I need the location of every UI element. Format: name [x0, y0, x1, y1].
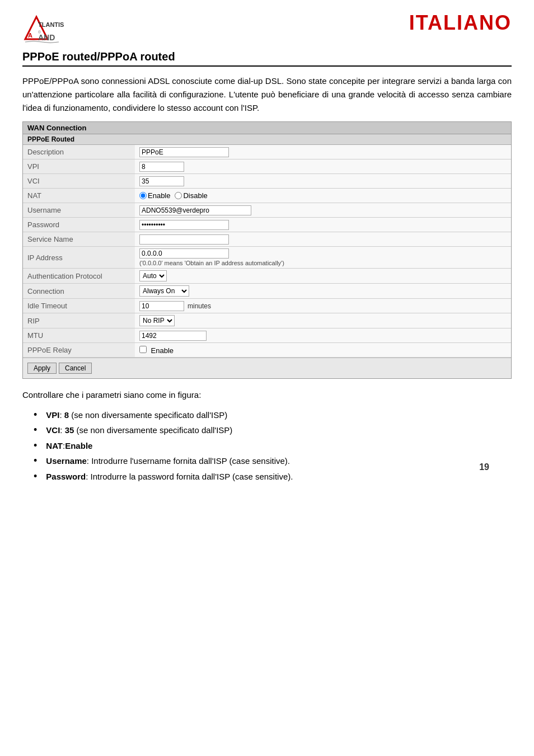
field-value-password[interactable] [135, 218, 511, 232]
field-label-ip-address: IP Address [23, 247, 135, 268]
field-label-rip: RIP [23, 313, 135, 328]
field-label-password: Password [23, 218, 135, 232]
field-value-username[interactable] [135, 203, 511, 217]
table-row: Service Name [23, 232, 511, 247]
field-label-vci: VCI [23, 174, 135, 188]
wan-table-subheader: PPPoE Routed [23, 134, 511, 145]
field-label-mtu: MTU [23, 328, 135, 342]
nat-disable-label[interactable]: Disable [175, 191, 207, 200]
table-row: PPPoE Relay Enable [23, 343, 511, 358]
button-row: Apply Cancel [23, 358, 511, 378]
ip-address-note: ('0.0.0.0' means 'Obtain an IP address a… [139, 260, 284, 266]
field-value-description[interactable] [135, 145, 511, 159]
table-row: Description [23, 145, 511, 159]
vpi-input[interactable] [139, 162, 184, 172]
table-row: Connection Always On On Demand Manual [23, 284, 511, 299]
language-label: ITALIANO [409, 11, 512, 35]
nat-radio-group: Enable Disable [139, 191, 208, 200]
table-row: Authentication Protocol Auto [23, 269, 511, 284]
connection-select[interactable]: Always On On Demand Manual [139, 285, 189, 297]
bullet-text: VCI: 35 (se non diversamente specificato… [46, 423, 232, 438]
wan-table-header: WAN Connection [23, 122, 511, 134]
atlantis-logo: A TLANTIS ® AND [22, 11, 73, 45]
field-value-nat[interactable]: Enable Disable [135, 189, 511, 203]
ip-address-block: ('0.0.0.0' means 'Obtain an IP address a… [139, 248, 284, 266]
section-title: PPPoE routed/PPPoA routed [22, 50, 512, 67]
svg-text:A: A [28, 32, 32, 39]
rip-select[interactable]: No RIP [139, 315, 175, 326]
list-item: VPI: 8 (se non diversamente specificato … [34, 408, 512, 422]
mtu-input[interactable] [139, 331, 207, 341]
field-value-rip[interactable]: No RIP [135, 313, 511, 328]
service-name-input[interactable] [139, 234, 229, 245]
table-row: VPI [23, 159, 511, 174]
svg-text:TLANTIS: TLANTIS [38, 21, 64, 28]
list-item: NAT:Enable [34, 439, 512, 453]
cancel-button[interactable]: Cancel [59, 363, 92, 374]
field-label-service-name: Service Name [23, 232, 135, 246]
minutes-label: minutes [188, 302, 211, 310]
bullet-text: Username: Introdurre l'username fornita … [46, 454, 290, 468]
field-value-idle-timeout[interactable]: minutes [135, 299, 511, 313]
bullet-list: VPI: 8 (se non diversamente specificato … [22, 408, 512, 484]
field-value-vci[interactable] [135, 174, 511, 188]
wan-connection-table: WAN Connection PPPoE Routed Description … [22, 121, 512, 379]
description-input[interactable] [139, 147, 229, 157]
list-item: Password: Introdurre la password fornita… [34, 469, 512, 484]
field-value-mtu[interactable] [135, 328, 511, 342]
field-label-vpi: VPI [23, 159, 135, 173]
field-value-service-name[interactable] [135, 232, 511, 246]
pppoe-relay-checkbox[interactable] [139, 346, 147, 353]
list-item: VCI: 35 (se non diversamente specificato… [34, 423, 512, 438]
table-row: IP Address ('0.0.0.0' means 'Obtain an I… [23, 247, 511, 269]
body-text: Controllare che i parametri siano come i… [22, 388, 512, 402]
idle-timeout-input[interactable] [139, 301, 184, 311]
password-input[interactable] [139, 220, 229, 230]
field-label-auth-protocol: Authentication Protocol [23, 269, 135, 283]
table-row: Password [23, 218, 511, 232]
svg-text:AND: AND [38, 33, 55, 42]
table-row: MTU [23, 328, 511, 343]
table-row: Idle Timeout minutes [23, 299, 511, 313]
field-value-connection[interactable]: Always On On Demand Manual [135, 284, 511, 298]
nat-enable-radio[interactable] [139, 192, 147, 199]
pppoe-relay-label[interactable]: Enable [139, 346, 174, 355]
field-label-username: Username [23, 203, 135, 217]
intro-paragraph: PPPoE/PPPoA sono connessioni ADSL conosc… [22, 74, 512, 115]
field-label-idle-timeout: Idle Timeout [23, 299, 135, 313]
table-row: VCI [23, 174, 511, 189]
field-value-ip-address[interactable]: ('0.0.0.0' means 'Obtain an IP address a… [135, 247, 511, 268]
table-row: Username [23, 203, 511, 218]
bullet-text: Password: Introdurre la password fornita… [46, 469, 293, 484]
auth-protocol-select[interactable]: Auto [139, 270, 167, 281]
vci-input[interactable] [139, 176, 184, 186]
field-label-connection: Connection [23, 284, 135, 298]
field-label-description: Description [23, 145, 135, 159]
bullet-text: VPI: 8 (se non diversamente specificato … [46, 408, 227, 422]
list-item: Username: Introdurre l'username fornita … [34, 454, 512, 468]
username-input[interactable] [139, 205, 251, 215]
field-value-vpi[interactable] [135, 159, 511, 173]
field-value-pppoe-relay[interactable]: Enable [135, 343, 511, 357]
apply-button[interactable]: Apply [27, 363, 57, 374]
nat-disable-radio[interactable] [175, 192, 182, 199]
page-header: A TLANTIS ® AND ITALIANO [22, 11, 512, 45]
table-row: NAT Enable Disable [23, 189, 511, 203]
ip-address-input[interactable] [139, 248, 229, 259]
bullet-text: NAT:Enable [46, 439, 92, 453]
nat-enable-label[interactable]: Enable [139, 191, 170, 200]
field-label-pppoe-relay: PPPoE Relay [23, 343, 135, 357]
field-value-auth-protocol[interactable]: Auto [135, 269, 511, 283]
table-row: RIP No RIP [23, 313, 511, 328]
logo: A TLANTIS ® AND [22, 11, 73, 45]
field-label-nat: NAT [23, 189, 135, 203]
page-number: 19 [479, 462, 489, 472]
